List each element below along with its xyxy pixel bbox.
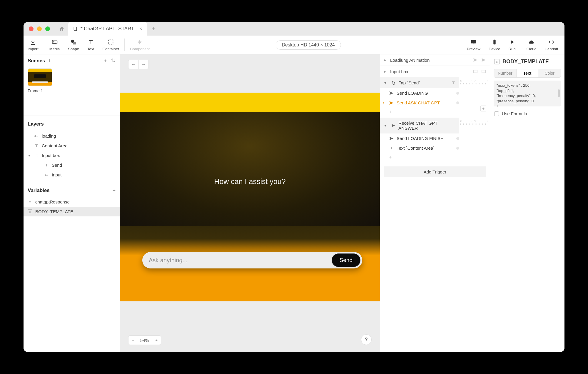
zoom-out-button[interactable]: − <box>128 336 137 345</box>
zoom-window-button[interactable] <box>45 26 50 31</box>
text-icon <box>34 143 39 148</box>
timeline-marker[interactable] <box>456 101 459 104</box>
trigger-title[interactable]: ▼ Receive CHAT GPT ANSWER <box>380 118 459 133</box>
variable-body-template[interactable]: x BODY_TEMPLATE <box>24 207 120 216</box>
svg-rect-11 <box>45 174 48 176</box>
home-icon <box>59 26 65 32</box>
input-bar[interactable]: Ask anything... Send <box>142 252 362 268</box>
receive-icon <box>391 123 395 128</box>
layer-send[interactable]: Send <box>24 160 120 170</box>
layer-content-area[interactable]: Content Area <box>24 141 120 151</box>
paper-plane-icon <box>389 101 394 105</box>
code-editor[interactable]: "max_tokens" : 256, "top_p": 1, "frequen… <box>494 81 561 106</box>
body: Scenes 1 + Frame 1 Layers loading <box>24 54 564 352</box>
response-send-loading[interactable]: Send LOADING <box>380 88 454 98</box>
chevron-right-icon: ▶ <box>384 58 386 62</box>
add-between-button[interactable]: + <box>480 106 486 111</box>
response-send-loading-finish[interactable]: Send LOADING FINISH <box>380 133 454 143</box>
layer-input[interactable]: Input <box>24 170 120 180</box>
interaction-panel: ▶ Loadiung ANimation ▶ Input box <box>380 54 490 352</box>
code-icon <box>548 39 555 46</box>
variable-chatgptResponse[interactable]: x chatgptResponse <box>24 197 120 207</box>
document-icon <box>73 26 78 31</box>
paper-plane-icon <box>389 136 394 141</box>
home-tab[interactable] <box>55 22 68 36</box>
motion-icon <box>34 134 39 138</box>
content-prompt: How can I assist you? <box>120 177 380 186</box>
scene-sort-button[interactable] <box>111 58 116 64</box>
checkbox[interactable] <box>494 111 499 116</box>
help-button[interactable]: ? <box>361 334 372 345</box>
close-window-button[interactable] <box>29 26 34 31</box>
text-icon <box>451 81 456 85</box>
response-send-ask-chat-gpt[interactable]: Send ASK CHAT GPT <box>380 98 454 108</box>
response-icon <box>473 57 478 63</box>
text-icon <box>44 163 49 168</box>
tab-text[interactable]: Text <box>516 69 539 77</box>
chevron-down-icon: ▼ <box>384 81 387 85</box>
add-trigger-button[interactable]: Add Trigger <box>384 166 486 177</box>
import-tool[interactable]: Import <box>24 36 43 54</box>
tab-number[interactable]: Number <box>494 69 516 77</box>
trigger-title[interactable]: ▼ Tap `Send` <box>380 77 459 88</box>
add-response-button[interactable]: + <box>380 108 459 118</box>
text-tool[interactable]: Text <box>83 36 98 54</box>
container-tool[interactable]: Container <box>98 36 123 54</box>
document-tab[interactable]: * ChatGPT API - START × <box>68 22 147 36</box>
layer-loading[interactable]: loading <box>24 131 120 141</box>
toolbar: Import Media Shape Text Container <box>24 36 564 54</box>
trigger-tap-send: ▼ Tap `Send` Send LOADING <box>380 77 490 118</box>
rect-icon <box>481 69 486 74</box>
add-variable-button[interactable]: + <box>113 188 116 193</box>
svg-rect-8 <box>493 40 495 45</box>
use-formula-row[interactable]: Use Formula <box>490 109 564 118</box>
scrollbar-thumb[interactable] <box>558 89 560 97</box>
new-tab-button[interactable]: + <box>147 22 160 36</box>
shape-tool[interactable]: Shape <box>64 36 83 54</box>
add-response-button[interactable]: + <box>380 153 459 163</box>
media-tool[interactable]: Media <box>45 36 64 54</box>
timeline-marker[interactable] <box>456 92 459 95</box>
image-icon <box>51 39 58 46</box>
shape-icon <box>70 39 77 46</box>
add-scene-button[interactable]: + <box>104 58 107 64</box>
canvas[interactable]: ← → How can I assist you? Ask anything..… <box>120 54 380 352</box>
prev-scene-button[interactable]: ← <box>128 60 138 69</box>
handoff-tool[interactable]: Handoff <box>541 36 562 54</box>
artboard[interactable]: How can I assist you? Ask anything... Se… <box>120 93 380 301</box>
artboard-size-chip[interactable]: Desktop HD 1440 × 1024 <box>276 40 341 50</box>
layer-input-box[interactable]: ▼ Input box <box>24 151 120 160</box>
svg-rect-0 <box>74 27 76 31</box>
phone-icon <box>491 39 498 46</box>
send-button[interactable]: Send <box>332 253 360 267</box>
play-icon <box>509 39 516 46</box>
text-icon <box>389 146 394 151</box>
cloud-tool[interactable]: Cloud <box>522 36 541 54</box>
paper-plane-icon <box>389 91 394 96</box>
device-tool[interactable]: Device <box>485 36 505 54</box>
response-icon <box>481 57 486 63</box>
tab-color[interactable]: Color <box>538 69 561 77</box>
preview-tool[interactable]: Preview <box>463 36 485 54</box>
timeline-marker[interactable] <box>456 147 459 150</box>
response-text-content-area[interactable]: Text `Content Area` <box>380 143 454 153</box>
scene-item[interactable]: Frame 1 <box>24 67 120 96</box>
close-tab-button[interactable]: × <box>139 26 142 31</box>
next-scene-button[interactable]: → <box>138 60 148 69</box>
component-tool: Component <box>126 36 154 54</box>
run-tool[interactable]: Run <box>505 36 520 54</box>
trigger-group-loading-animation[interactable]: ▶ Loadiung ANimation <box>380 54 490 66</box>
scenes-header: Scenes 1 + <box>24 54 120 67</box>
scene-nav: ← → <box>128 60 149 69</box>
input-placeholder: Ask anything... <box>149 257 332 264</box>
zoom-in-button[interactable]: + <box>152 336 161 345</box>
svg-point-2 <box>53 41 54 42</box>
layer-list: loading Content Area ▼ Input box Send <box>24 131 120 180</box>
svg-rect-13 <box>482 70 485 73</box>
scene-thumbnail <box>28 69 52 86</box>
bolt-icon <box>136 39 143 46</box>
minimize-window-button[interactable] <box>37 26 42 31</box>
cloud-icon <box>528 39 535 46</box>
trigger-group-input-box[interactable]: ▶ Input box <box>380 66 490 77</box>
timeline-marker[interactable] <box>456 137 459 140</box>
